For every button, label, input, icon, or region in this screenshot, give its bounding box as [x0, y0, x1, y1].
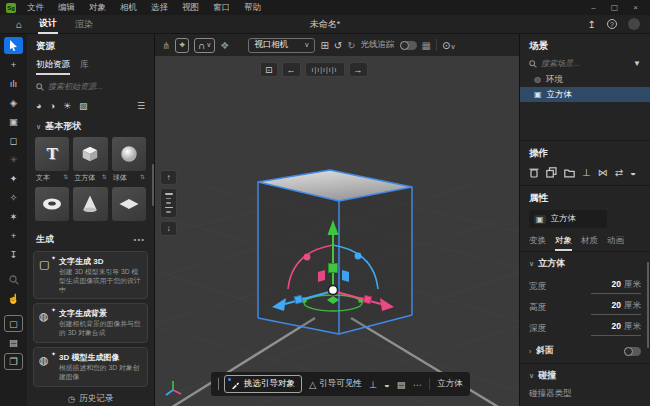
scene-item-environment[interactable]: ◍ 环境	[520, 72, 650, 87]
asset-tile-torus[interactable]	[35, 187, 69, 221]
tab-design[interactable]: 设计	[38, 14, 58, 34]
asset-tile-cube[interactable]: 立方体 ⇅	[73, 137, 107, 183]
help-icon[interactable]: ?	[607, 19, 617, 29]
menu-file[interactable]: 文件	[20, 2, 51, 14]
generate-tool-icon[interactable]: ✶	[4, 208, 23, 225]
pan-tool-icon[interactable]: ☝	[4, 290, 23, 307]
wand-sparkle-tool-icon[interactable]: ✧	[4, 189, 23, 206]
cube-properties-section[interactable]: ∨ 立方体	[520, 252, 650, 274]
card-text-to-3d[interactable]: ▢✦ 文字生成 3D 创建 3D 模型来引导 3D 模型生成图像或用于您的设计中	[33, 251, 148, 299]
camera-frame-icon[interactable]: ⊡	[260, 62, 278, 77]
home-icon[interactable]: ⌂	[16, 19, 22, 30]
add-object-tool-icon[interactable]: +	[4, 227, 23, 244]
list-view-icon[interactable]: ☰	[137, 101, 145, 111]
gizmo-mode-button[interactable]: ⌖	[175, 38, 189, 53]
mirror-icon[interactable]: ⋈	[598, 167, 608, 178]
bevel-toggle[interactable]	[624, 347, 641, 356]
viewport-canvas[interactable]: ⊡ ← ı|ı|ı|ı|ı → ↑ ↓	[155, 56, 519, 406]
tab-render[interactable]: 渲染	[74, 15, 94, 33]
rotate-dial-ticks[interactable]: ı|ı|ı|ı|ı	[305, 62, 345, 77]
history-button[interactable]: ◷ 历史记录	[27, 387, 154, 406]
avatar[interactable]	[628, 18, 640, 30]
close-button[interactable]: ×	[633, 3, 638, 12]
card-text-to-background[interactable]: ◍✦ 文字生成背景 创建相机背景的图像并与您的 3D 对象合成	[33, 303, 148, 343]
add-asset-tool-icon[interactable]: +	[4, 56, 23, 73]
marquee-tool-icon[interactable]: ◻	[4, 132, 23, 149]
scrollbar[interactable]	[647, 262, 649, 348]
resources-search[interactable]: 搜索初始资源...	[36, 81, 145, 95]
rotate-right-button[interactable]: →	[349, 62, 368, 77]
tab-animation[interactable]: 动画	[607, 235, 624, 251]
asset-tile-plane[interactable]	[112, 187, 146, 221]
pick-guide-object-button[interactable]: 挑选引导对象	[224, 375, 302, 393]
rotate-tool-icon[interactable]: ◈	[4, 94, 23, 111]
gizmo-center-handle[interactable]	[328, 285, 337, 294]
menu-view[interactable]: 视图	[175, 2, 206, 14]
light-tool-icon[interactable]: ☀	[4, 151, 23, 168]
filter-images-icon[interactable]: ▨	[79, 101, 88, 111]
tab-object[interactable]: 对象	[555, 235, 572, 251]
rotate-left-button[interactable]: ←	[282, 62, 301, 77]
bevel-section[interactable]: › 斜面	[520, 337, 650, 363]
collision-section[interactable]: ∨ 碰撞	[520, 364, 650, 386]
frame-icon[interactable]: ❖	[220, 40, 229, 51]
selected-object-chip[interactable]: ▣ 立方体	[529, 210, 607, 228]
menu-help[interactable]: 帮助	[237, 2, 268, 14]
width-value[interactable]: 20	[612, 279, 621, 289]
raytracing-toggle[interactable]	[400, 41, 417, 50]
card-model-to-image[interactable]: ◍✦ 3D 模型生成图像 根据描述和您的 3D 对象创建图像	[33, 347, 148, 387]
tab-starter-assets[interactable]: 初始资源	[36, 59, 70, 75]
minimize-button[interactable]: –	[591, 3, 595, 12]
share-icon[interactable]: ↥	[588, 19, 596, 30]
panel-toggle-icon[interactable]: ▢	[4, 315, 23, 332]
tab-transform[interactable]: 变换	[529, 235, 546, 251]
redo-icon[interactable]: ↻	[347, 40, 355, 51]
asset-tile-cone[interactable]	[73, 187, 107, 221]
width-field[interactable]: 宽度 20厘米	[520, 274, 650, 295]
pin-tool-icon[interactable]: ↧	[4, 246, 23, 263]
duplicate-icon[interactable]	[546, 167, 557, 178]
depth-value[interactable]: 20	[612, 321, 621, 331]
drag-handle[interactable]	[218, 378, 219, 390]
add-camera-icon[interactable]: ⊞	[320, 40, 328, 51]
menu-window[interactable]: 窗口	[206, 2, 237, 14]
snap-to-object-icon[interactable]: ◒	[630, 167, 636, 178]
asset-tile-text[interactable]: T 文本 ⇅	[35, 137, 69, 183]
filter-models-icon[interactable]: ◕	[36, 101, 41, 111]
denoise-icon[interactable]: ▦	[422, 40, 431, 51]
scrollbar[interactable]	[152, 164, 154, 206]
cube-tool-icon[interactable]: ▣	[4, 113, 23, 130]
undo-icon[interactable]: ↺	[334, 40, 342, 51]
view-options-button[interactable]: ⊙∨	[442, 40, 456, 51]
swap-icon[interactable]: ⇄	[615, 167, 623, 178]
menu-edit[interactable]: 编辑	[51, 2, 82, 14]
height-field[interactable]: 高度 20厘米	[520, 295, 650, 316]
scene-search[interactable]: 搜索场景... ▼	[529, 58, 641, 69]
height-value[interactable]: 20	[612, 300, 621, 310]
basic-shapes-section[interactable]: ∨ 基本形状	[27, 115, 154, 137]
dock-toggle-icon[interactable]: ▤	[4, 334, 23, 351]
more-options-icon[interactable]: ⋯	[413, 379, 423, 390]
filter-icon[interactable]: ▼	[633, 59, 641, 68]
camera-select[interactable]: 视口相机 ∨	[248, 38, 315, 53]
tilt-up-button[interactable]: ↑	[160, 170, 177, 185]
guide-visibility-button[interactable]: △ 引导可见性	[309, 378, 362, 390]
notes-icon[interactable]: ▤	[397, 379, 406, 390]
depth-field[interactable]: 深度 20厘米	[520, 316, 650, 337]
menu-select[interactable]: 选择	[144, 2, 175, 14]
export-toggle-icon[interactable]: ❐	[4, 353, 23, 370]
tilt-dial-ticks[interactable]	[160, 188, 177, 218]
stats-tool-icon[interactable]: ılı	[4, 75, 23, 92]
tab-material[interactable]: 材质	[581, 235, 598, 251]
link-icon[interactable]: ⋔	[162, 40, 170, 51]
filter-lights-icon[interactable]: ☀	[63, 101, 71, 111]
tab-library[interactable]: 库	[80, 59, 89, 75]
snap-magnet-button[interactable]: ∩ ∨	[194, 38, 215, 53]
filter-materials-icon[interactable]: ◑	[49, 101, 54, 111]
more-options-icon[interactable]: •••	[134, 235, 145, 244]
maximize-button[interactable]: ▢	[611, 3, 619, 12]
zoom-tool-icon[interactable]	[4, 271, 23, 288]
group-folder-icon[interactable]	[564, 168, 575, 178]
wand-tool-icon[interactable]: ✦	[4, 170, 23, 187]
scene-item-cube[interactable]: ▣ 立方体	[520, 87, 650, 102]
